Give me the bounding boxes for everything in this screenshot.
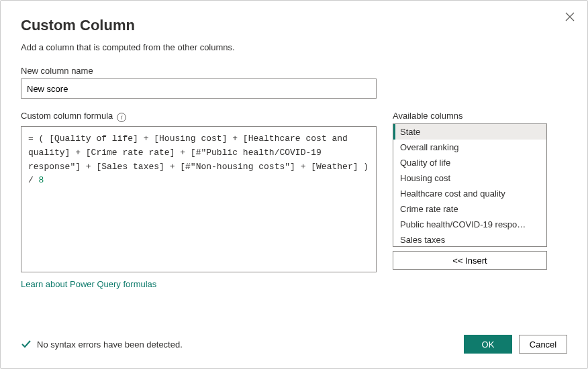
learn-link[interactable]: Learn about Power Query formulas	[21, 279, 156, 289]
list-item[interactable]: Crime rate rate	[393, 201, 546, 217]
column-name-label: New column name	[21, 66, 567, 76]
status-bar: No syntax errors have been detected.	[21, 339, 183, 350]
available-columns-label: Available columns	[393, 111, 547, 121]
list-item[interactable]: State	[393, 124, 546, 140]
status-message: No syntax errors have been detected.	[37, 339, 183, 350]
list-item[interactable]: Sales taxes	[393, 232, 546, 247]
info-icon[interactable]: i	[117, 113, 126, 122]
check-icon	[21, 339, 32, 350]
formula-editor[interactable]: = ( [Quality of life] + [Housing cost] +…	[21, 126, 377, 272]
formula-label: Custom column formula	[21, 111, 113, 121]
formula-content: = ( [Quality of life] + [Housing cost] +…	[28, 132, 369, 188]
close-icon	[565, 12, 575, 21]
dialog-subtitle: Add a column that is computed from the o…	[21, 42, 567, 52]
list-item[interactable]: Public health/COVID-19 respo…	[393, 217, 546, 232]
column-name-input[interactable]	[21, 78, 377, 99]
close-button[interactable]	[562, 9, 578, 25]
cancel-button[interactable]: Cancel	[519, 335, 567, 354]
insert-button[interactable]: << Insert	[393, 251, 547, 270]
ok-button[interactable]: OK	[464, 335, 512, 354]
list-item[interactable]: Housing cost	[393, 170, 546, 186]
available-columns-list[interactable]: State Overall ranking Quality of life Ho…	[393, 123, 547, 247]
dialog-title: Custom Column	[21, 17, 567, 34]
list-item[interactable]: Quality of life	[393, 155, 546, 170]
list-item[interactable]: Overall ranking	[393, 140, 546, 155]
custom-column-dialog: Custom Column Add a column that is compu…	[1, 1, 587, 368]
list-item[interactable]: Healthcare cost and quality	[393, 186, 546, 201]
